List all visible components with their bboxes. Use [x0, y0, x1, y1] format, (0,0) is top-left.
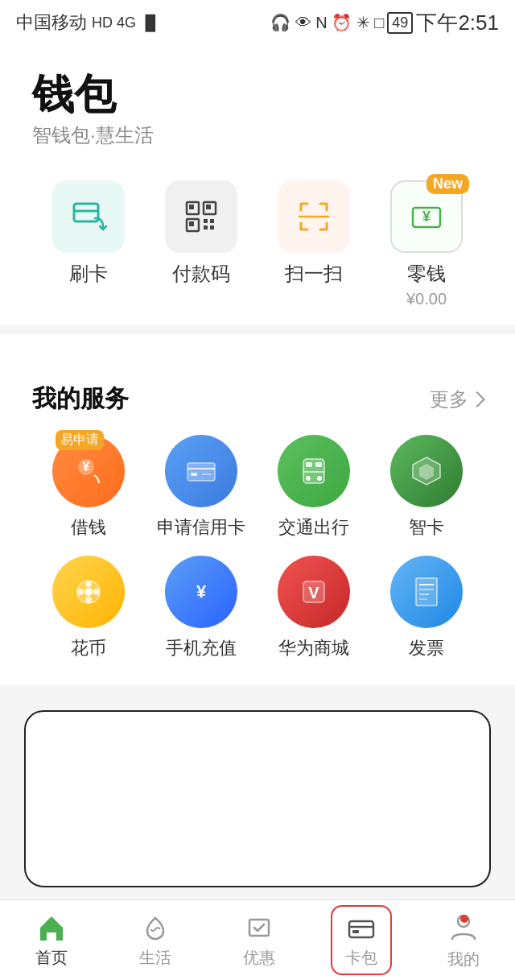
- smartcard-icon: [390, 435, 463, 507]
- nav-home-label: 首页: [35, 947, 68, 969]
- svg-rect-9: [210, 219, 214, 223]
- transport-icon: [278, 435, 350, 507]
- service-recharge[interactable]: ¥ 手机充值: [145, 556, 258, 660]
- more-label: 更多: [430, 387, 468, 412]
- svg-rect-38: [416, 578, 437, 606]
- svg-rect-19: [191, 473, 197, 476]
- nav-home[interactable]: 首页: [19, 904, 84, 977]
- svg-rect-43: [249, 920, 269, 936]
- mine-dot: [460, 915, 468, 923]
- scan-icon: [293, 196, 335, 238]
- service-credit[interactable]: 申请信用卡: [145, 435, 258, 540]
- svg-rect-11: [210, 225, 214, 229]
- credit-label: 申请信用卡: [157, 515, 245, 540]
- scan-label: 扫一扫: [285, 261, 343, 287]
- life-icon: [139, 912, 171, 944]
- svg-point-31: [85, 597, 92, 603]
- card-section: [0, 694, 515, 912]
- credit-svg: [183, 453, 220, 490]
- nav-mine-label: 我的: [447, 949, 480, 970]
- page-title: 钱包: [32, 69, 483, 119]
- huawei-label: 华为商城: [278, 636, 349, 660]
- svg-text:¥: ¥: [83, 460, 90, 473]
- recharge-icon: ¥: [165, 556, 237, 628]
- time-display: 下午2:51: [416, 9, 499, 37]
- svg-rect-10: [204, 225, 208, 229]
- lingqian-amount: ¥0.00: [406, 290, 447, 308]
- more-services-link[interactable]: 更多: [430, 387, 483, 412]
- qr-label: 付款码: [172, 261, 230, 287]
- invoice-icon: [390, 556, 463, 628]
- services-grid: 易申请 ¥ 借钱 申请信用卡: [32, 435, 483, 660]
- new-badge: New: [426, 174, 469, 194]
- nav-cards[interactable]: 卡包: [331, 905, 392, 975]
- service-invoice[interactable]: 发票: [370, 556, 483, 660]
- service-borrow[interactable]: 易申请 ¥ 借钱: [32, 435, 145, 540]
- nav-cards-label: 卡包: [345, 947, 377, 969]
- huabi-svg: [70, 573, 107, 610]
- svg-rect-8: [204, 219, 208, 223]
- signal-icons: HD 4G ▐▌: [92, 14, 161, 31]
- svg-rect-17: [187, 463, 215, 481]
- main-content: 钱包 智钱包·慧生活 刷卡: [0, 45, 515, 366]
- transport-label: 交通出行: [278, 515, 349, 540]
- svg-point-25: [306, 476, 311, 481]
- nav-life[interactable]: 生活: [123, 904, 187, 977]
- svg-rect-7: [189, 221, 194, 226]
- action-swipe[interactable]: 刷卡: [40, 180, 137, 308]
- svg-text:V: V: [308, 584, 319, 602]
- carrier-text: 中国移动: [16, 10, 87, 35]
- chevron-right-icon: [469, 391, 485, 407]
- svg-rect-22: [306, 462, 312, 467]
- swipe-icon: [68, 196, 109, 238]
- borrow-icon: 易申请 ¥: [52, 435, 125, 507]
- huawei-svg: V: [295, 573, 332, 610]
- card-box: [24, 710, 491, 887]
- recharge-label: 手机充值: [166, 636, 237, 660]
- nav-offers-label: 优惠: [243, 947, 275, 969]
- svg-point-26: [317, 476, 322, 481]
- services-header: 我的服务 更多: [32, 382, 483, 416]
- status-bar: 中国移动 HD 4G ▐▌ 🎧 👁 N ⏰ ✳ □ 49 下午2:51: [0, 0, 515, 45]
- service-smartcard[interactable]: 智卡: [370, 435, 483, 540]
- swipe-label: 刷卡: [69, 261, 108, 287]
- carrier-info: 中国移动 HD 4G ▐▌: [16, 10, 161, 35]
- service-huawei[interactable]: V 华为商城: [258, 556, 370, 660]
- action-scan[interactable]: 扫一扫: [266, 180, 362, 308]
- services-section: 我的服务 更多 易申请 ¥ 借钱: [0, 366, 515, 684]
- action-lingqian[interactable]: New ¥ 零钱 ¥0.00: [378, 180, 475, 308]
- svg-point-34: [84, 588, 93, 596]
- invoice-svg: [408, 573, 445, 610]
- qr-icon: [180, 196, 222, 238]
- invoice-label: 发票: [409, 636, 444, 660]
- svg-text:¥: ¥: [422, 209, 431, 225]
- svg-rect-23: [315, 462, 322, 467]
- svg-rect-44: [349, 921, 373, 937]
- nav-life-label: 生活: [139, 947, 171, 969]
- borrow-svg: ¥: [70, 453, 107, 490]
- system-status: 🎧 👁 N ⏰ ✳ □ 49 下午2:51: [270, 9, 499, 37]
- nav-mine[interactable]: 我的: [431, 902, 496, 978]
- credit-icon: [165, 435, 237, 507]
- borrow-label: 借钱: [71, 515, 106, 540]
- service-huabi[interactable]: 花币: [32, 556, 145, 660]
- nav-offers[interactable]: 优惠: [227, 904, 291, 977]
- bottom-nav: 首页 生活 优惠 卡包 我的: [0, 899, 515, 980]
- service-transport[interactable]: 交通出行: [258, 435, 370, 540]
- recharge-svg: ¥: [183, 573, 220, 610]
- scan-icon-bg: [278, 180, 350, 253]
- svg-rect-46: [352, 930, 359, 933]
- qr-icon-bg: [165, 180, 237, 253]
- huabi-icon: [52, 556, 125, 628]
- svg-point-33: [93, 589, 100, 595]
- top-actions-row: 刷卡 付款码: [32, 180, 483, 308]
- svg-rect-3: [189, 205, 194, 209]
- offers-icon: [243, 912, 275, 944]
- icons-area: 🎧 👁 N ⏰ ✳ □: [270, 13, 384, 32]
- svg-text:¥: ¥: [196, 581, 207, 602]
- smartcard-svg: [408, 453, 445, 490]
- cards-icon: [345, 912, 377, 944]
- svg-rect-5: [206, 205, 211, 209]
- action-qr[interactable]: 付款码: [153, 180, 249, 308]
- lingqian-icon-bg: New ¥: [390, 180, 463, 253]
